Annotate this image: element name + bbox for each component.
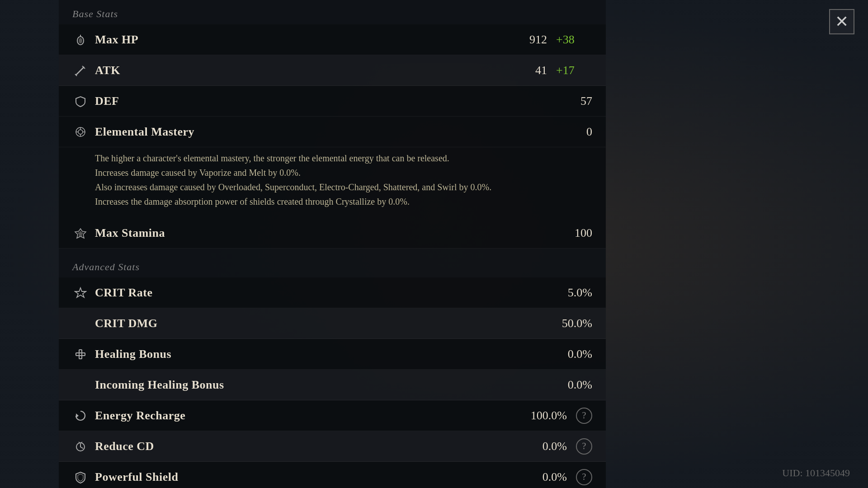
incoming-healing-value: 0.0% [538,378,592,392]
max-stamina-value: 100 [538,226,592,240]
stat-row-elemental-mastery: Elemental Mastery 0 [59,117,606,147]
elemental-mastery-value: 0 [538,125,592,139]
svg-marker-14 [76,413,79,418]
crit-dmg-icon [72,315,89,332]
uid-text: UID: 101345049 [782,467,850,479]
stat-row-max-hp: Max HP 912 +38 [59,24,606,55]
atk-name: ATK [95,64,493,77]
max-stamina-icon [72,225,89,241]
max-hp-icon [72,32,89,48]
crit-rate-icon [72,285,89,301]
stat-row-healing-bonus: Healing Bonus 0.0% [59,339,606,370]
incoming-healing-name: Incoming Healing Bonus [95,378,538,392]
powerful-shield-name: Powerful Shield [95,470,513,484]
svg-rect-12 [79,350,82,359]
close-button[interactable]: ✕ [829,9,854,34]
reduce-cd-name: Reduce CD [95,440,513,453]
def-icon [72,93,89,109]
def-value: 57 [538,94,592,108]
base-stats-header: Base Stats [59,0,606,24]
base-stats-label: Base Stats [72,8,118,19]
def-name: DEF [95,94,538,108]
elemental-mastery-description: The higher a character's elemental maste… [59,147,606,218]
stat-row-reduce-cd: Reduce CD 0.0% ? [59,431,606,462]
svg-rect-13 [76,353,85,356]
stat-row-powerful-shield: Powerful Shield 0.0% ? [59,462,606,488]
atk-value: 41 [493,64,547,77]
incoming-healing-icon [72,377,89,393]
stat-row-incoming-healing: Incoming Healing Bonus 0.0% [59,370,606,400]
close-icon: ✕ [835,12,849,31]
atk-bonus: +17 [556,64,592,77]
powerful-shield-icon [72,469,89,485]
reduce-cd-value: 0.0% [513,440,567,453]
reduce-cd-icon [72,438,89,455]
healing-bonus-icon [72,346,89,362]
crit-rate-value: 5.0% [538,286,592,300]
stats-panel: Base Stats Max HP 912 +38 ATK 41 +17 [59,0,606,488]
max-hp-bonus: +38 [556,33,592,47]
uid-display: UID: 101345049 [782,467,850,479]
energy-recharge-value: 100.0% [513,409,567,422]
elemental-mastery-name: Elemental Mastery [95,125,538,139]
crit-dmg-name: CRIT DMG [95,317,538,330]
advanced-stats-label: Advanced Stats [72,261,140,272]
healing-bonus-name: Healing Bonus [95,347,538,361]
powerful-shield-value: 0.0% [513,470,567,484]
crit-dmg-value: 50.0% [538,317,592,330]
reduce-cd-help[interactable]: ? [576,438,592,455]
stat-row-energy-recharge: Energy Recharge 100.0% ? [59,400,606,431]
svg-line-2 [76,67,84,75]
max-hp-name: Max HP [95,33,493,47]
atk-icon [72,62,89,79]
energy-recharge-help[interactable]: ? [576,408,592,424]
svg-point-1 [79,38,82,43]
elemental-mastery-icon [72,124,89,140]
powerful-shield-help[interactable]: ? [576,469,592,485]
svg-marker-11 [75,288,86,297]
max-hp-value: 912 [493,33,547,47]
crit-rate-name: CRIT Rate [95,286,538,300]
healing-bonus-value: 0.0% [538,347,592,361]
stat-row-atk: ATK 41 +17 [59,55,606,86]
energy-recharge-icon [72,408,89,424]
stat-row-crit-dmg: CRIT DMG 50.0% [59,308,606,339]
energy-recharge-name: Energy Recharge [95,409,513,422]
max-stamina-name: Max Stamina [95,226,538,240]
stat-row-max-stamina: Max Stamina 100 [59,218,606,249]
stat-row-crit-rate: CRIT Rate 5.0% [59,277,606,308]
elemental-mastery-desc-text: The higher a character's elemental maste… [95,153,491,206]
svg-point-6 [78,130,83,134]
advanced-stats-header: Advanced Stats [59,253,606,277]
stat-row-def: DEF 57 [59,86,606,117]
